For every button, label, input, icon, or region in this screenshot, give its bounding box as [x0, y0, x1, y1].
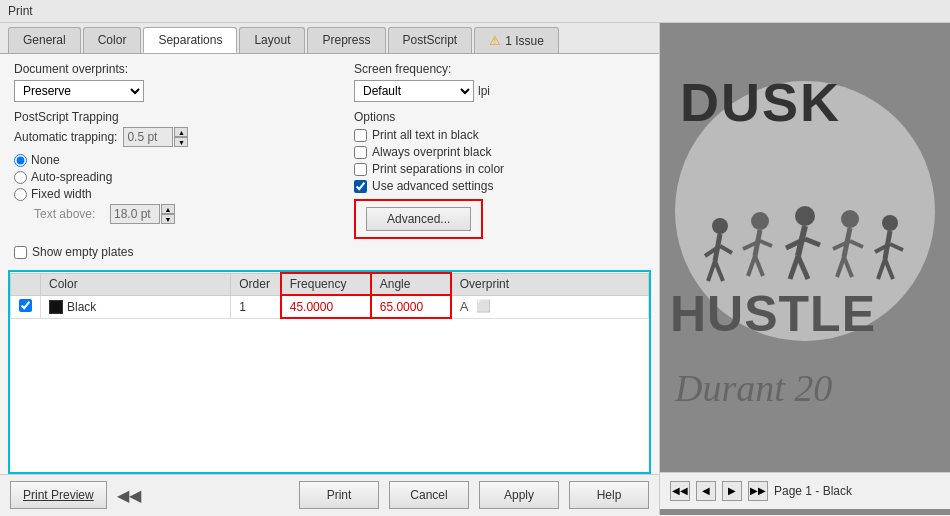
svg-point-9: [751, 212, 769, 230]
fixed-width-radio[interactable]: [14, 188, 27, 201]
row-angle-cell[interactable]: 65.0000: [371, 295, 451, 318]
svg-text:DUSK: DUSK: [680, 72, 841, 132]
cancel-button[interactable]: Cancel: [389, 481, 469, 509]
col-check: [11, 273, 41, 295]
title-text: Print: [8, 4, 33, 18]
separations-table: Color Order Frequency Angle Overprint: [10, 272, 649, 319]
row-overprint-cell: A ⬜: [451, 295, 649, 318]
text-above-input[interactable]: [110, 204, 160, 224]
tab-layout[interactable]: Layout: [239, 27, 305, 53]
show-empty-plates-checkbox[interactable]: [14, 246, 27, 259]
trapping-up[interactable]: ▲: [174, 127, 188, 137]
rewind-icon: ◀◀: [117, 486, 141, 505]
svg-text:HUSTLE: HUSTLE: [670, 286, 876, 342]
overprint-text-icon: A: [460, 299, 469, 314]
svg-point-15: [795, 206, 815, 226]
separations-table-wrapper: Color Order Frequency Angle Overprint: [8, 270, 651, 474]
screen-frequency-dropdown[interactable]: Default: [354, 80, 474, 102]
always-overprint-black-label: Always overprint black: [372, 145, 491, 159]
tab-color[interactable]: Color: [83, 27, 142, 53]
tab-bar: General Color Separations Layout Prepres…: [0, 23, 659, 54]
preserve-dropdown[interactable]: Preserve: [14, 80, 144, 102]
postscript-trapping-label: PostScript Trapping: [14, 110, 324, 124]
use-advanced-settings-checkbox[interactable]: [354, 180, 367, 193]
preview-image: DUSK: [660, 30, 950, 472]
show-empty-plates-label: Show empty plates: [32, 245, 133, 259]
print-button[interactable]: Print: [299, 481, 379, 509]
text-above-down[interactable]: ▼: [161, 214, 175, 224]
color-swatch: [49, 300, 63, 314]
auto-spreading-label: Auto-spreading: [31, 170, 112, 184]
help-button[interactable]: Help: [569, 481, 649, 509]
svg-point-21: [841, 210, 859, 228]
print-preview-button[interactable]: Print Preview: [10, 481, 107, 509]
tab-issues[interactable]: ⚠ 1 Issue: [474, 27, 559, 53]
automatic-trapping-label: Automatic trapping:: [14, 130, 117, 144]
advanced-button[interactable]: Advanced...: [366, 207, 471, 231]
col-overprint: Overprint: [451, 273, 649, 295]
left-panel: General Color Separations Layout Prepres…: [0, 23, 660, 515]
use-advanced-settings-label: Use advanced settings: [372, 179, 493, 193]
svg-point-3: [712, 218, 728, 234]
print-separations-in-color-checkbox[interactable]: [354, 163, 367, 176]
col-order: Order: [231, 273, 281, 295]
nav-first-button[interactable]: ◀◀: [670, 481, 690, 501]
text-above-label: Text above:: [34, 207, 104, 221]
page-info: Page 1 - Black: [774, 484, 852, 498]
overprint-image-icon: ⬜: [476, 299, 491, 314]
row-check-cell[interactable]: [11, 295, 41, 318]
col-frequency: Frequency: [281, 273, 371, 295]
print-separations-in-color-label: Print separations in color: [372, 162, 504, 176]
screen-frequency-label: Screen frequency:: [354, 62, 451, 76]
lpi-label: lpi: [478, 84, 490, 98]
none-radio[interactable]: [14, 154, 27, 167]
nav-next-button[interactable]: ▶: [722, 481, 742, 501]
table-row: Black 1 45.0000 65.0000: [11, 295, 649, 318]
document-overprints-label: Document overprints:: [14, 62, 128, 76]
print-all-text-black-label: Print all text in black: [372, 128, 479, 142]
separations-content: Document overprints: Preserve PostScript…: [0, 54, 659, 270]
trapping-input[interactable]: [123, 127, 173, 147]
auto-spreading-radio[interactable]: [14, 171, 27, 184]
col-angle: Angle: [371, 273, 451, 295]
row-frequency-cell[interactable]: 45.0000: [281, 295, 371, 318]
show-empty-plates-row: Show empty plates: [14, 245, 645, 259]
options-label: Options: [354, 110, 645, 124]
fixed-width-label: Fixed width: [31, 187, 92, 201]
footer: Print Preview ◀◀ Print Cancel Apply Help: [0, 474, 659, 515]
nav-prev-button[interactable]: ◀: [696, 481, 716, 501]
row-checkbox[interactable]: [19, 299, 32, 312]
apply-button[interactable]: Apply: [479, 481, 559, 509]
tab-general[interactable]: General: [8, 27, 81, 53]
print-all-text-black-checkbox[interactable]: [354, 129, 367, 142]
none-label: None: [31, 153, 60, 167]
svg-text:Durant 20: Durant 20: [674, 367, 832, 409]
advanced-box: Advanced...: [354, 199, 483, 239]
title-bar: Print: [0, 0, 950, 23]
text-above-up[interactable]: ▲: [161, 204, 175, 214]
tab-postscript[interactable]: PostScript: [388, 27, 473, 53]
always-overprint-black-checkbox[interactable]: [354, 146, 367, 159]
svg-point-27: [882, 215, 898, 231]
tab-separations[interactable]: Separations: [143, 27, 237, 53]
nav-last-button[interactable]: ▶▶: [748, 481, 768, 501]
col-color: Color: [41, 273, 231, 295]
row-color-cell: Black: [41, 295, 231, 318]
right-panel: DUSK: [660, 23, 950, 515]
preview-nav: ◀◀ ◀ ▶ ▶▶ Page 1 - Black: [660, 472, 950, 509]
trapping-down[interactable]: ▼: [174, 137, 188, 147]
tab-prepress[interactable]: Prepress: [307, 27, 385, 53]
row-order-cell: 1: [231, 295, 281, 318]
preview-svg: DUSK: [660, 41, 950, 461]
warning-icon: ⚠: [489, 33, 501, 48]
